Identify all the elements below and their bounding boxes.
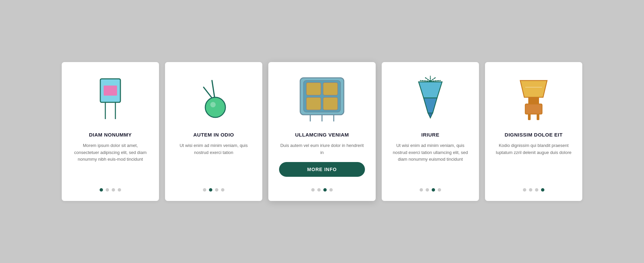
card-1: DIAM NONUMMY Morem ipsum dolor sit amet,… [62,62,159,201]
svg-line-19 [430,81,440,81]
svg-rect-27 [529,97,539,104]
svg-marker-23 [424,98,437,113]
spotlight-icon [412,74,449,123]
dot [426,188,429,192]
svg-line-21 [420,81,430,81]
card-4-title: IRIURE [421,132,439,138]
dot [529,188,532,192]
dot [112,188,115,192]
svg-rect-11 [323,83,338,95]
card-2-dots [203,188,224,192]
dot [215,188,218,192]
svg-marker-22 [419,82,442,98]
dot [221,188,224,192]
card-5-dots [523,188,544,192]
dot [438,188,441,192]
svg-rect-1 [104,86,117,96]
card-1-dots [100,188,121,192]
dot [311,188,315,192]
svg-rect-10 [306,83,321,95]
transistor-icon [94,75,127,122]
dot [523,188,526,192]
dot-active [323,188,327,192]
card-3: ULLAMCING VENIAM Duis autem vel eum iriu… [268,62,376,201]
more-info-button[interactable]: MORE INFO [279,162,365,177]
card-1-icon-area [71,72,150,126]
card-2-desc: Ut wisi enim ad minim veniam, quis nostr… [174,142,253,182]
card-3-title: ULLAMCING VENIAM [295,132,349,138]
cards-container: DIAM NONUMMY Morem ipsum dolor sit amet,… [42,45,602,218]
svg-rect-30 [537,114,539,120]
dot [106,188,109,192]
connector-icon [517,75,550,122]
svg-rect-29 [528,114,531,120]
card-4-dots [420,188,441,192]
dot-active [432,188,435,192]
card-1-desc: Morem ipsum dolor sit amet, consectetuer… [71,142,150,182]
card-3-desc: Duis autem vel eum iriure dolor in hendr… [279,142,365,156]
card-5-desc: Kodio dignissim qui blandit praesent lup… [494,142,573,182]
card-3-icon-area [279,72,365,126]
dot-active [100,188,103,192]
card-4-icon-area [391,72,470,126]
dot [118,188,121,192]
dot [203,188,206,192]
card-5-icon-area [494,72,573,126]
card-2: AUTEM IN ODIO Ut wisi enim ad minim veni… [165,62,262,201]
card-1-title: DIAM NONUMMY [89,132,132,138]
dot [420,188,423,192]
card-4-desc: Ut wisi enim ad minim veniam, quis nostr… [391,142,470,182]
svg-rect-28 [525,104,542,114]
card-2-title: AUTEM IN ODIO [193,132,234,138]
svg-point-7 [210,102,216,107]
svg-rect-13 [323,97,338,110]
card-2-icon-area [174,72,253,126]
card-5: DIGNISSIM DOLOE EIT Kodio dignissim qui … [485,62,582,201]
svg-point-6 [205,97,225,117]
dot [329,188,333,192]
card-3-dots [311,188,333,192]
grid-panel-icon [297,74,347,123]
dot [535,188,538,192]
card-4: IRIURE Ut wisi enim ad minim veniam, qui… [382,62,479,201]
svg-marker-24 [428,113,433,118]
svg-marker-25 [520,81,547,97]
dot-active [209,188,212,192]
dot-active [541,188,544,192]
dot [317,188,321,192]
led-bulb-icon [194,77,234,121]
card-5-title: DIGNISSIM DOLOE EIT [505,132,563,138]
svg-rect-12 [306,97,321,110]
